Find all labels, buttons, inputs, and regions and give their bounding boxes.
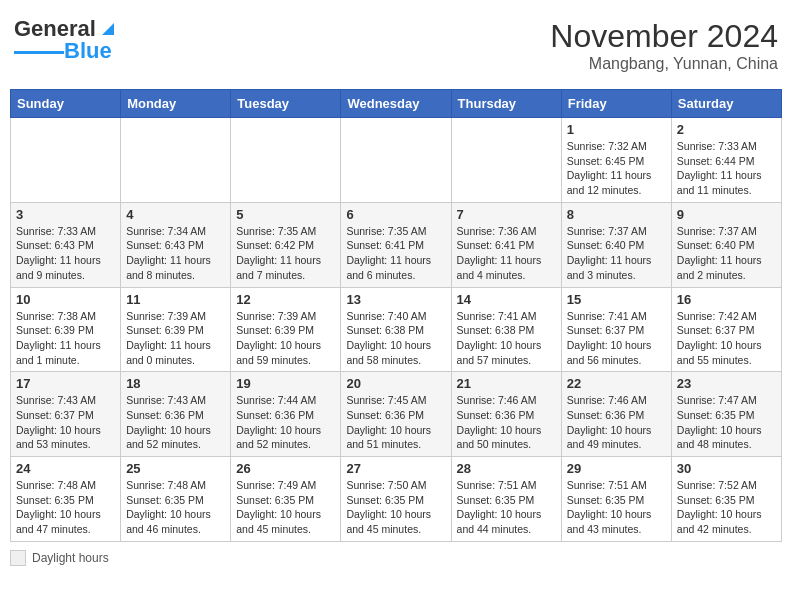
calendar-cell: 4Sunrise: 7:34 AM Sunset: 6:43 PM Daylig…	[121, 202, 231, 287]
day-info: Sunrise: 7:39 AM Sunset: 6:39 PM Dayligh…	[236, 309, 335, 368]
day-info: Sunrise: 7:48 AM Sunset: 6:35 PM Dayligh…	[16, 478, 115, 537]
day-number: 9	[677, 207, 776, 222]
day-number: 1	[567, 122, 666, 137]
day-number: 23	[677, 376, 776, 391]
calendar-cell	[231, 118, 341, 203]
calendar-cell: 9Sunrise: 7:37 AM Sunset: 6:40 PM Daylig…	[671, 202, 781, 287]
week-row-2: 3Sunrise: 7:33 AM Sunset: 6:43 PM Daylig…	[11, 202, 782, 287]
weekday-header-row: SundayMondayTuesdayWednesdayThursdayFrid…	[11, 90, 782, 118]
day-info: Sunrise: 7:35 AM Sunset: 6:41 PM Dayligh…	[346, 224, 445, 283]
calendar-cell: 8Sunrise: 7:37 AM Sunset: 6:40 PM Daylig…	[561, 202, 671, 287]
calendar-cell: 18Sunrise: 7:43 AM Sunset: 6:36 PM Dayli…	[121, 372, 231, 457]
day-number: 12	[236, 292, 335, 307]
logo: General Blue	[14, 18, 119, 62]
calendar-cell: 30Sunrise: 7:52 AM Sunset: 6:35 PM Dayli…	[671, 457, 781, 542]
day-number: 5	[236, 207, 335, 222]
day-info: Sunrise: 7:51 AM Sunset: 6:35 PM Dayligh…	[567, 478, 666, 537]
calendar-cell: 27Sunrise: 7:50 AM Sunset: 6:35 PM Dayli…	[341, 457, 451, 542]
location-title: Mangbang, Yunnan, China	[550, 55, 778, 73]
day-info: Sunrise: 7:37 AM Sunset: 6:40 PM Dayligh…	[677, 224, 776, 283]
day-number: 10	[16, 292, 115, 307]
legend-label: Daylight hours	[32, 551, 109, 565]
day-info: Sunrise: 7:43 AM Sunset: 6:37 PM Dayligh…	[16, 393, 115, 452]
calendar-cell: 14Sunrise: 7:41 AM Sunset: 6:38 PM Dayli…	[451, 287, 561, 372]
calendar-cell: 22Sunrise: 7:46 AM Sunset: 6:36 PM Dayli…	[561, 372, 671, 457]
day-number: 15	[567, 292, 666, 307]
calendar-cell: 15Sunrise: 7:41 AM Sunset: 6:37 PM Dayli…	[561, 287, 671, 372]
logo-underline	[14, 51, 64, 54]
svg-marker-0	[102, 23, 114, 35]
day-number: 21	[457, 376, 556, 391]
calendar-cell: 2Sunrise: 7:33 AM Sunset: 6:44 PM Daylig…	[671, 118, 781, 203]
calendar-cell: 25Sunrise: 7:48 AM Sunset: 6:35 PM Dayli…	[121, 457, 231, 542]
day-number: 22	[567, 376, 666, 391]
day-number: 20	[346, 376, 445, 391]
day-info: Sunrise: 7:43 AM Sunset: 6:36 PM Dayligh…	[126, 393, 225, 452]
day-info: Sunrise: 7:32 AM Sunset: 6:45 PM Dayligh…	[567, 139, 666, 198]
calendar-cell: 1Sunrise: 7:32 AM Sunset: 6:45 PM Daylig…	[561, 118, 671, 203]
calendar-table: SundayMondayTuesdayWednesdayThursdayFrid…	[10, 89, 782, 542]
day-info: Sunrise: 7:39 AM Sunset: 6:39 PM Dayligh…	[126, 309, 225, 368]
calendar-cell	[11, 118, 121, 203]
legend-box	[10, 550, 26, 566]
week-row-3: 10Sunrise: 7:38 AM Sunset: 6:39 PM Dayli…	[11, 287, 782, 372]
weekday-header-tuesday: Tuesday	[231, 90, 341, 118]
day-number: 8	[567, 207, 666, 222]
day-info: Sunrise: 7:42 AM Sunset: 6:37 PM Dayligh…	[677, 309, 776, 368]
day-info: Sunrise: 7:35 AM Sunset: 6:42 PM Dayligh…	[236, 224, 335, 283]
day-number: 7	[457, 207, 556, 222]
title-section: November 2024 Mangbang, Yunnan, China	[550, 18, 778, 73]
calendar-cell: 10Sunrise: 7:38 AM Sunset: 6:39 PM Dayli…	[11, 287, 121, 372]
calendar-cell: 24Sunrise: 7:48 AM Sunset: 6:35 PM Dayli…	[11, 457, 121, 542]
weekday-header-friday: Friday	[561, 90, 671, 118]
day-info: Sunrise: 7:33 AM Sunset: 6:43 PM Dayligh…	[16, 224, 115, 283]
calendar-cell: 19Sunrise: 7:44 AM Sunset: 6:36 PM Dayli…	[231, 372, 341, 457]
day-info: Sunrise: 7:44 AM Sunset: 6:36 PM Dayligh…	[236, 393, 335, 452]
day-number: 25	[126, 461, 225, 476]
day-number: 27	[346, 461, 445, 476]
day-number: 13	[346, 292, 445, 307]
day-info: Sunrise: 7:50 AM Sunset: 6:35 PM Dayligh…	[346, 478, 445, 537]
day-number: 14	[457, 292, 556, 307]
calendar-cell: 28Sunrise: 7:51 AM Sunset: 6:35 PM Dayli…	[451, 457, 561, 542]
calendar-cell: 7Sunrise: 7:36 AM Sunset: 6:41 PM Daylig…	[451, 202, 561, 287]
day-number: 29	[567, 461, 666, 476]
day-info: Sunrise: 7:37 AM Sunset: 6:40 PM Dayligh…	[567, 224, 666, 283]
day-info: Sunrise: 7:45 AM Sunset: 6:36 PM Dayligh…	[346, 393, 445, 452]
day-info: Sunrise: 7:49 AM Sunset: 6:35 PM Dayligh…	[236, 478, 335, 537]
calendar-cell: 16Sunrise: 7:42 AM Sunset: 6:37 PM Dayli…	[671, 287, 781, 372]
logo-general: General	[14, 18, 96, 40]
day-info: Sunrise: 7:36 AM Sunset: 6:41 PM Dayligh…	[457, 224, 556, 283]
day-info: Sunrise: 7:41 AM Sunset: 6:37 PM Dayligh…	[567, 309, 666, 368]
calendar-cell: 12Sunrise: 7:39 AM Sunset: 6:39 PM Dayli…	[231, 287, 341, 372]
week-row-1: 1Sunrise: 7:32 AM Sunset: 6:45 PM Daylig…	[11, 118, 782, 203]
day-number: 24	[16, 461, 115, 476]
day-number: 16	[677, 292, 776, 307]
day-info: Sunrise: 7:33 AM Sunset: 6:44 PM Dayligh…	[677, 139, 776, 198]
day-number: 2	[677, 122, 776, 137]
day-info: Sunrise: 7:40 AM Sunset: 6:38 PM Dayligh…	[346, 309, 445, 368]
calendar-cell: 26Sunrise: 7:49 AM Sunset: 6:35 PM Dayli…	[231, 457, 341, 542]
calendar-cell: 29Sunrise: 7:51 AM Sunset: 6:35 PM Dayli…	[561, 457, 671, 542]
day-info: Sunrise: 7:41 AM Sunset: 6:38 PM Dayligh…	[457, 309, 556, 368]
day-number: 26	[236, 461, 335, 476]
weekday-header-thursday: Thursday	[451, 90, 561, 118]
month-title: November 2024	[550, 18, 778, 55]
logo-blue: Blue	[64, 40, 112, 62]
day-info: Sunrise: 7:51 AM Sunset: 6:35 PM Dayligh…	[457, 478, 556, 537]
calendar-cell: 3Sunrise: 7:33 AM Sunset: 6:43 PM Daylig…	[11, 202, 121, 287]
weekday-header-monday: Monday	[121, 90, 231, 118]
calendar-cell: 11Sunrise: 7:39 AM Sunset: 6:39 PM Dayli…	[121, 287, 231, 372]
calendar-cell: 6Sunrise: 7:35 AM Sunset: 6:41 PM Daylig…	[341, 202, 451, 287]
calendar-cell	[121, 118, 231, 203]
calendar-cell: 23Sunrise: 7:47 AM Sunset: 6:35 PM Dayli…	[671, 372, 781, 457]
day-number: 4	[126, 207, 225, 222]
day-info: Sunrise: 7:38 AM Sunset: 6:39 PM Dayligh…	[16, 309, 115, 368]
calendar-cell	[341, 118, 451, 203]
calendar-cell: 5Sunrise: 7:35 AM Sunset: 6:42 PM Daylig…	[231, 202, 341, 287]
page-header: General Blue November 2024 Mangbang, Yun…	[10, 10, 782, 81]
calendar-cell: 17Sunrise: 7:43 AM Sunset: 6:37 PM Dayli…	[11, 372, 121, 457]
legend: Daylight hours	[10, 550, 782, 566]
day-info: Sunrise: 7:46 AM Sunset: 6:36 PM Dayligh…	[457, 393, 556, 452]
day-number: 30	[677, 461, 776, 476]
